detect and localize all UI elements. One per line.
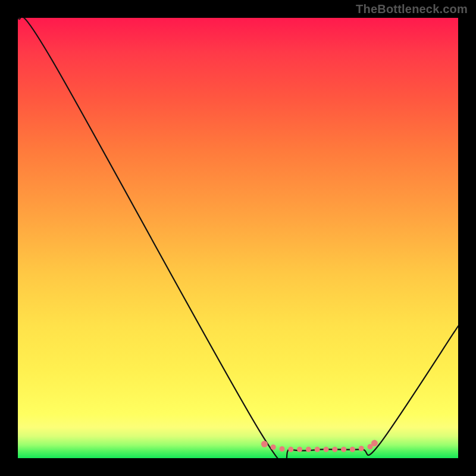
curve-layer xyxy=(18,18,458,458)
chart-frame: TheBottleneck.com xyxy=(0,0,476,476)
valley-dot xyxy=(315,447,320,452)
valley-dot xyxy=(288,447,293,452)
valley-dot xyxy=(306,447,311,452)
watermark-text: TheBottleneck.com xyxy=(356,2,468,16)
valley-dot xyxy=(261,441,268,447)
valley-dot xyxy=(341,447,346,452)
plot-area xyxy=(18,18,458,458)
valley-dot xyxy=(280,446,285,452)
valley-dot xyxy=(332,447,337,452)
valley-dot xyxy=(297,447,302,452)
valley-dots-group xyxy=(261,440,378,452)
bottleneck-curve xyxy=(18,18,458,458)
valley-dot xyxy=(271,444,276,450)
valley-dot xyxy=(350,447,355,452)
valley-dot xyxy=(359,446,364,451)
valley-dot xyxy=(371,440,378,446)
valley-dot xyxy=(324,447,329,452)
